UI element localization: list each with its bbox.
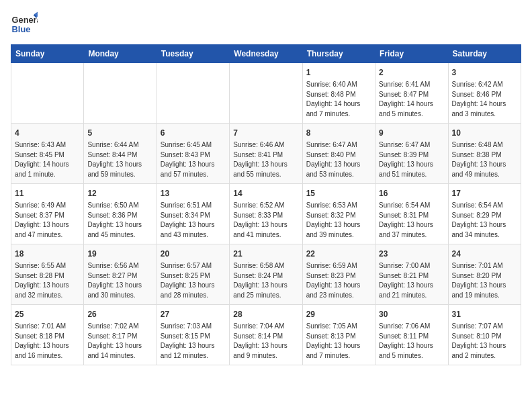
weekday-header: Monday xyxy=(84,45,157,63)
calendar-cell: 2Sunrise: 6:41 AM Sunset: 8:47 PM Daylig… xyxy=(375,63,448,124)
calendar-week-row: 4Sunrise: 6:43 AM Sunset: 8:45 PM Daylig… xyxy=(11,124,521,184)
weekday-header: Saturday xyxy=(448,45,521,63)
calendar-cell: 15Sunrise: 6:53 AM Sunset: 8:32 PM Dayli… xyxy=(302,184,375,244)
calendar-week-row: 11Sunrise: 6:49 AM Sunset: 8:37 PM Dayli… xyxy=(11,184,521,244)
day-info: Sunrise: 6:45 AM Sunset: 8:43 PM Dayligh… xyxy=(161,140,226,179)
day-number: 4 xyxy=(15,127,80,139)
day-number: 6 xyxy=(161,127,226,139)
day-info: Sunrise: 6:53 AM Sunset: 8:32 PM Dayligh… xyxy=(306,201,371,240)
calendar-cell: 27Sunrise: 7:03 AM Sunset: 8:15 PM Dayli… xyxy=(157,305,229,365)
day-info: Sunrise: 7:02 AM Sunset: 8:17 PM Dayligh… xyxy=(87,322,152,361)
day-info: Sunrise: 6:42 AM Sunset: 8:46 PM Dayligh… xyxy=(452,80,517,119)
day-number: 27 xyxy=(161,308,226,320)
day-number: 31 xyxy=(452,308,517,320)
day-number: 10 xyxy=(452,127,517,139)
page-header: General Blue xyxy=(11,11,521,38)
calendar-cell: 13Sunrise: 6:51 AM Sunset: 8:34 PM Dayli… xyxy=(157,184,229,244)
logo: General Blue xyxy=(11,11,38,38)
weekday-header: Sunday xyxy=(11,45,84,63)
calendar-cell xyxy=(11,63,84,124)
calendar-cell: 20Sunrise: 6:57 AM Sunset: 8:25 PM Dayli… xyxy=(157,244,229,305)
calendar-cell: 22Sunrise: 6:59 AM Sunset: 8:23 PM Dayli… xyxy=(302,244,375,305)
day-info: Sunrise: 6:59 AM Sunset: 8:23 PM Dayligh… xyxy=(306,261,371,300)
logo-icon: General Blue xyxy=(11,11,38,38)
day-info: Sunrise: 6:41 AM Sunset: 8:47 PM Dayligh… xyxy=(379,80,444,119)
day-number: 2 xyxy=(379,66,444,79)
day-number: 9 xyxy=(379,127,444,139)
calendar-cell: 5Sunrise: 6:44 AM Sunset: 8:44 PM Daylig… xyxy=(84,124,157,184)
day-number: 22 xyxy=(306,248,371,260)
day-number: 13 xyxy=(161,187,226,199)
day-number: 18 xyxy=(15,248,80,260)
day-number: 15 xyxy=(306,187,371,199)
day-number: 16 xyxy=(379,187,444,199)
day-number: 1 xyxy=(306,66,371,79)
day-number: 25 xyxy=(15,308,80,320)
calendar-cell: 7Sunrise: 6:46 AM Sunset: 8:41 PM Daylig… xyxy=(230,124,302,184)
calendar-cell: 1Sunrise: 6:40 AM Sunset: 8:48 PM Daylig… xyxy=(302,63,375,124)
day-info: Sunrise: 6:55 AM Sunset: 8:28 PM Dayligh… xyxy=(15,261,80,300)
calendar-table: SundayMondayTuesdayWednesdayThursdayFrid… xyxy=(11,44,521,365)
day-number: 8 xyxy=(306,127,371,139)
calendar-cell: 3Sunrise: 6:42 AM Sunset: 8:46 PM Daylig… xyxy=(448,63,521,124)
calendar-cell: 6Sunrise: 6:45 AM Sunset: 8:43 PM Daylig… xyxy=(157,124,229,184)
day-info: Sunrise: 6:54 AM Sunset: 8:29 PM Dayligh… xyxy=(452,201,517,240)
calendar-cell: 9Sunrise: 6:47 AM Sunset: 8:39 PM Daylig… xyxy=(375,124,448,184)
svg-text:General: General xyxy=(12,15,38,25)
calendar-cell: 29Sunrise: 7:05 AM Sunset: 8:13 PM Dayli… xyxy=(302,305,375,365)
day-number: 26 xyxy=(87,308,152,320)
day-info: Sunrise: 7:01 AM Sunset: 8:20 PM Dayligh… xyxy=(452,261,517,300)
day-info: Sunrise: 6:52 AM Sunset: 8:33 PM Dayligh… xyxy=(233,201,298,240)
day-info: Sunrise: 6:47 AM Sunset: 8:40 PM Dayligh… xyxy=(306,140,371,179)
calendar-week-row: 18Sunrise: 6:55 AM Sunset: 8:28 PM Dayli… xyxy=(11,244,521,305)
day-info: Sunrise: 7:03 AM Sunset: 8:15 PM Dayligh… xyxy=(161,322,226,361)
day-number: 3 xyxy=(452,66,517,79)
day-number: 17 xyxy=(452,187,517,199)
day-info: Sunrise: 6:51 AM Sunset: 8:34 PM Dayligh… xyxy=(161,201,226,240)
day-number: 11 xyxy=(15,187,80,199)
calendar-cell: 24Sunrise: 7:01 AM Sunset: 8:20 PM Dayli… xyxy=(448,244,521,305)
calendar-cell: 31Sunrise: 7:07 AM Sunset: 8:10 PM Dayli… xyxy=(448,305,521,365)
day-info: Sunrise: 6:56 AM Sunset: 8:27 PM Dayligh… xyxy=(87,261,152,300)
weekday-header: Tuesday xyxy=(157,45,229,63)
day-number: 23 xyxy=(379,248,444,260)
calendar-cell xyxy=(84,63,157,124)
day-info: Sunrise: 7:07 AM Sunset: 8:10 PM Dayligh… xyxy=(452,322,517,361)
calendar-cell: 28Sunrise: 7:04 AM Sunset: 8:14 PM Dayli… xyxy=(230,305,302,365)
day-number: 28 xyxy=(233,308,298,320)
day-number: 24 xyxy=(452,248,517,260)
calendar-header: SundayMondayTuesdayWednesdayThursdayFrid… xyxy=(11,45,521,63)
calendar-cell: 17Sunrise: 6:54 AM Sunset: 8:29 PM Dayli… xyxy=(448,184,521,244)
weekday-header: Wednesday xyxy=(230,45,302,63)
calendar-cell xyxy=(157,63,229,124)
calendar-cell: 12Sunrise: 6:50 AM Sunset: 8:36 PM Dayli… xyxy=(84,184,157,244)
day-info: Sunrise: 6:47 AM Sunset: 8:39 PM Dayligh… xyxy=(379,140,444,179)
day-number: 5 xyxy=(87,127,152,139)
day-number: 12 xyxy=(87,187,152,199)
day-number: 30 xyxy=(379,308,444,320)
calendar-cell: 26Sunrise: 7:02 AM Sunset: 8:17 PM Dayli… xyxy=(84,305,157,365)
calendar-cell xyxy=(230,63,302,124)
calendar-week-row: 25Sunrise: 7:01 AM Sunset: 8:18 PM Dayli… xyxy=(11,305,521,365)
weekday-header: Friday xyxy=(375,45,448,63)
day-info: Sunrise: 7:00 AM Sunset: 8:21 PM Dayligh… xyxy=(379,261,444,300)
day-info: Sunrise: 6:54 AM Sunset: 8:31 PM Dayligh… xyxy=(379,201,444,240)
day-number: 14 xyxy=(233,187,298,199)
day-info: Sunrise: 7:04 AM Sunset: 8:14 PM Dayligh… xyxy=(233,322,298,361)
weekday-header: Thursday xyxy=(302,45,375,63)
day-info: Sunrise: 6:44 AM Sunset: 8:44 PM Dayligh… xyxy=(87,140,152,179)
calendar-cell: 16Sunrise: 6:54 AM Sunset: 8:31 PM Dayli… xyxy=(375,184,448,244)
day-info: Sunrise: 6:46 AM Sunset: 8:41 PM Dayligh… xyxy=(233,140,298,179)
day-info: Sunrise: 6:40 AM Sunset: 8:48 PM Dayligh… xyxy=(306,80,371,119)
calendar-cell: 25Sunrise: 7:01 AM Sunset: 8:18 PM Dayli… xyxy=(11,305,84,365)
day-number: 29 xyxy=(306,308,371,320)
day-info: Sunrise: 7:01 AM Sunset: 8:18 PM Dayligh… xyxy=(15,322,80,361)
day-number: 19 xyxy=(87,248,152,260)
day-info: Sunrise: 6:48 AM Sunset: 8:38 PM Dayligh… xyxy=(452,140,517,179)
calendar-cell: 10Sunrise: 6:48 AM Sunset: 8:38 PM Dayli… xyxy=(448,124,521,184)
weekday-row: SundayMondayTuesdayWednesdayThursdayFrid… xyxy=(11,45,521,63)
day-info: Sunrise: 6:43 AM Sunset: 8:45 PM Dayligh… xyxy=(15,140,80,179)
svg-text:Blue: Blue xyxy=(12,24,31,34)
calendar-cell: 23Sunrise: 7:00 AM Sunset: 8:21 PM Dayli… xyxy=(375,244,448,305)
day-info: Sunrise: 7:05 AM Sunset: 8:13 PM Dayligh… xyxy=(306,322,371,361)
